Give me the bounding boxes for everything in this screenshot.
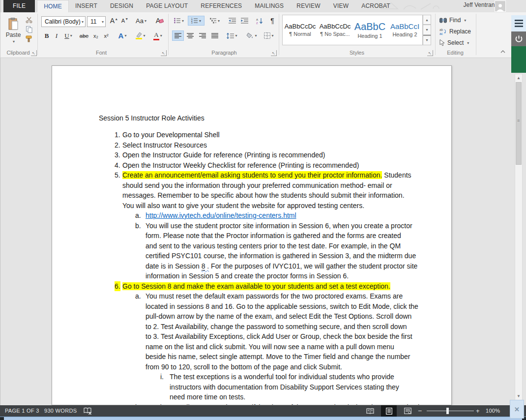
page-indicator[interactable]: PAGE 1 OF 3 xyxy=(5,405,39,417)
superscript-button[interactable]: x² xyxy=(101,30,111,41)
overlay-power-button[interactable] xyxy=(511,31,526,46)
group-separator xyxy=(435,14,436,55)
tab-references[interactable]: REFERENCES xyxy=(194,0,248,12)
show-paragraph-marks-button[interactable]: ¶ xyxy=(267,16,277,26)
style-normal[interactable]: AaBbCcDc¶ Normal xyxy=(283,15,318,45)
zoom-slider-thumb[interactable] xyxy=(446,408,449,414)
font-name-select[interactable]: Calibri (Body)▾ xyxy=(41,16,86,27)
font-dialog-launcher-icon[interactable]: ↘ xyxy=(161,50,167,56)
select-button[interactable]: Select ▾ xyxy=(439,38,469,48)
align-left-button[interactable] xyxy=(172,30,184,41)
chevron-up-icon xyxy=(500,50,505,53)
cut-button[interactable] xyxy=(24,16,34,24)
tab-home[interactable]: HOME xyxy=(37,0,69,12)
styles-more-button[interactable]: ▼ xyxy=(423,35,431,45)
chevron-down-icon: ▾ xyxy=(271,33,273,38)
paragraph-dialog-launcher-icon[interactable]: ↘ xyxy=(271,50,277,56)
read-mode-button[interactable] xyxy=(362,405,378,417)
scrollbar-thumb[interactable] xyxy=(516,82,522,165)
hamburger-icon xyxy=(515,26,523,27)
text-highlight-button[interactable]: ▾ xyxy=(132,30,149,41)
document-page[interactable]: Session 5 Instructor Role Activities 1.G… xyxy=(52,65,452,405)
text-segment: located in sessions 8 and 16. Go to the … xyxy=(146,302,418,310)
bullets-button[interactable]: ▾ xyxy=(172,16,186,26)
title-bar: FILEHOMEINSERTDESIGNPAGE LAYOUTREFERENCE… xyxy=(0,0,526,12)
scroll-down-button[interactable]: ▼ xyxy=(515,393,522,400)
styles-scroll-up-button[interactable]: ▲ xyxy=(423,15,431,25)
text-segment: pull-down arrow by the name of the exam,… xyxy=(146,312,411,320)
zoom-out-button[interactable]: − xyxy=(418,405,422,417)
tab-page-layout[interactable]: PAGE LAYOUT xyxy=(140,0,194,12)
numbering-button[interactable]: 123 ▾ xyxy=(188,16,205,26)
find-button[interactable]: Find ▾ xyxy=(439,15,466,25)
chevron-down-icon: ▾ xyxy=(143,33,145,38)
vertical-scrollbar[interactable]: ▲ ▼ xyxy=(515,74,523,401)
strikethrough-button[interactable]: abe xyxy=(78,30,90,41)
document-line: date is in Session 8 . For the purposes … xyxy=(52,261,451,271)
document-line: 3.Open the Instructor Guide for referenc… xyxy=(52,150,451,160)
paste-button[interactable]: Paste ▾ xyxy=(4,15,22,46)
list-marker: 1. xyxy=(115,130,120,140)
zoom-level[interactable]: 100% xyxy=(486,405,500,417)
web-layout-button[interactable] xyxy=(400,405,415,417)
bold-button[interactable]: B xyxy=(42,30,52,41)
tab-file[interactable]: FILE xyxy=(3,0,35,12)
grow-font-button[interactable]: A▲ xyxy=(109,16,119,26)
style-heading-2[interactable]: AaBbCcIHeading 2 xyxy=(387,15,422,45)
replace-button[interactable]: abac Replace xyxy=(439,27,471,36)
chevron-down-icon: ▾ xyxy=(218,19,220,23)
style-label: ¶ No Spac... xyxy=(320,31,350,37)
change-case-button[interactable]: Aa▾ xyxy=(133,16,149,26)
word-count[interactable]: 930 WORDS xyxy=(44,405,77,417)
document-line: pull-down arrow by the name of the exam,… xyxy=(52,311,451,322)
chevron-down-icon: ▾ xyxy=(102,20,104,24)
clear-formatting-button[interactable]: A xyxy=(154,16,166,26)
zoom-slider-track[interactable] xyxy=(427,411,474,411)
hyperlink[interactable]: http://www.ivytech.edu/online/testing-ce… xyxy=(146,211,296,219)
collapse-ribbon-button[interactable] xyxy=(498,48,508,56)
sort-button[interactable]: AZ xyxy=(253,16,266,26)
clipboard-dialog-launcher-icon[interactable]: ↘ xyxy=(31,50,37,56)
tab-view[interactable]: VIEW xyxy=(327,0,355,12)
justify-button[interactable] xyxy=(209,30,221,41)
user-name: Jeff Ventrano xyxy=(463,1,498,8)
style-no-spac[interactable]: AaBbCcDc¶ No Spac... xyxy=(318,15,352,45)
line-spacing-button[interactable]: ▾ xyxy=(224,30,240,41)
copy-button[interactable] xyxy=(24,25,34,33)
shrink-font-button[interactable]: A▼ xyxy=(120,16,130,26)
tab-acrobat[interactable]: ACROBAT xyxy=(355,0,397,12)
text-segment: You will also want to give your student … xyxy=(122,202,364,210)
underline-button[interactable]: U▾ xyxy=(61,30,75,41)
font-size-select[interactable]: 11▾ xyxy=(87,16,106,27)
borders-button[interactable]: ▾ xyxy=(261,30,277,41)
align-left-icon xyxy=(175,33,181,38)
chevron-down-icon: ▾ xyxy=(182,19,184,23)
styles-dialog-launcher-icon[interactable]: ↘ xyxy=(427,50,433,56)
format-painter-button[interactable] xyxy=(24,34,34,43)
tab-review[interactable]: REVIEW xyxy=(290,0,327,12)
align-right-button[interactable] xyxy=(197,30,208,41)
subscript-button[interactable]: x₂ xyxy=(91,30,101,41)
paste-dropdown-icon[interactable]: ▾ xyxy=(13,39,15,44)
scroll-up-button[interactable]: ▲ xyxy=(515,75,522,82)
decrease-indent-button[interactable] xyxy=(226,16,238,26)
increase-indent-button[interactable] xyxy=(238,16,250,26)
print-layout-button[interactable] xyxy=(381,405,397,417)
shading-button[interactable]: ▾ xyxy=(244,30,260,41)
multilevel-list-button[interactable]: ▾ xyxy=(206,16,223,26)
styles-scroll-down-button[interactable]: ▼ xyxy=(423,25,431,34)
overlay-menu-button[interactable] xyxy=(511,15,526,31)
tab-mailings[interactable]: MAILINGS xyxy=(248,0,290,12)
align-center-button[interactable] xyxy=(184,30,196,41)
tab-design[interactable]: DESIGN xyxy=(104,0,140,12)
zoom-in-button[interactable]: + xyxy=(476,405,480,417)
chevron-down-icon: ▾ xyxy=(160,33,162,38)
text-effects-button[interactable]: A▾ xyxy=(115,30,130,41)
italic-button[interactable]: I xyxy=(52,30,61,41)
overlay-close-button[interactable]: ✕ xyxy=(510,400,524,419)
tab-insert[interactable]: INSERT xyxy=(69,0,104,12)
font-color-button[interactable]: A▾ xyxy=(150,30,165,41)
style-heading-1[interactable]: AaBbCHeading 1 xyxy=(352,15,387,45)
avatar[interactable] xyxy=(495,0,506,12)
document-line: 4.Open the Instructor Weekly Checklist f… xyxy=(52,160,451,171)
